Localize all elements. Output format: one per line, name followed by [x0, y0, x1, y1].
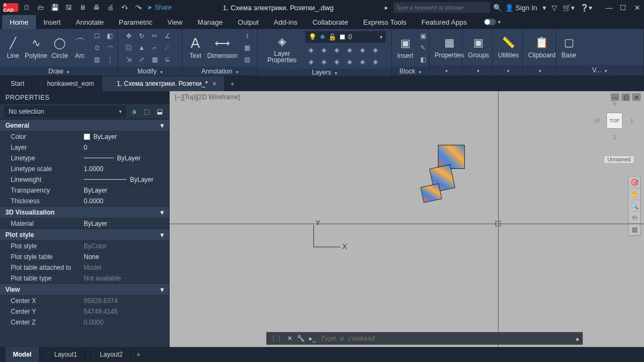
tab-annotate[interactable]: Annotate	[68, 15, 111, 29]
selectobjects-icon[interactable]: ⬚	[141, 106, 152, 117]
panel-label-modify[interactable]: Modify	[118, 67, 182, 76]
redo-icon[interactable]: ↷	[133, 2, 144, 13]
search-icon[interactable]: 🔍	[493, 4, 502, 12]
panel-label-annotation[interactable]: Annotation	[182, 67, 257, 76]
stretch-icon[interactable]: ⇲	[123, 55, 134, 64]
tab-express[interactable]: Express Tools	[356, 15, 414, 29]
cmdline-close-icon[interactable]: ✕	[287, 335, 292, 342]
block-icon-1[interactable]: ▣	[418, 31, 428, 41]
cmdline-input[interactable]	[320, 335, 572, 342]
search-input[interactable]	[396, 4, 488, 11]
tool-line[interactable]: ╱Line	[5, 36, 20, 60]
tab-manage[interactable]: Manage	[190, 15, 230, 29]
layer-icon-6[interactable]: ◈	[370, 45, 380, 55]
cmdline-customize-icon[interactable]: 🔧	[297, 335, 305, 342]
layout-tab-model[interactable]: Model	[5, 347, 40, 362]
filetab-add[interactable]: ＋	[225, 76, 240, 91]
nav-showmotion-icon[interactable]: ▦	[628, 224, 640, 235]
move-icon[interactable]: ✥	[123, 31, 134, 41]
section-general[interactable]: General▾	[0, 119, 169, 131]
prop-material[interactable]: MaterialByLayer	[0, 218, 169, 228]
layout-tab-add[interactable]: ＋	[131, 347, 146, 362]
vp-minimize-icon[interactable]: —	[611, 93, 619, 101]
new-icon[interactable]: 🗋	[21, 2, 32, 13]
layer-icon-10[interactable]: ◈	[344, 57, 355, 67]
tool-utilities[interactable]: 📏Utilities	[498, 35, 519, 59]
quickselect-icon[interactable]: ⬗	[128, 106, 139, 117]
panel-label-utilities-dd[interactable]	[493, 65, 522, 76]
viewcube-s[interactable]: S	[613, 135, 617, 141]
layer-icon-11[interactable]: ◈	[357, 57, 368, 67]
panel-label-layers[interactable]: Layers	[258, 69, 391, 76]
web-icon[interactable]: 🖥	[77, 2, 88, 13]
tab-addins[interactable]: Add-ins	[266, 15, 305, 29]
prop-thickness[interactable]: Thickness0.0000	[0, 195, 169, 206]
layer-icon-1[interactable]: ◈	[305, 45, 316, 55]
share-button[interactable]: ➤Share	[147, 4, 172, 11]
tool-properties[interactable]: ▦Properties	[435, 35, 464, 59]
leader-icon[interactable]: ⤹	[242, 31, 253, 41]
rotate-icon[interactable]: ↻	[136, 31, 147, 41]
prop-ltscale[interactable]: Linetype scale1.0000	[0, 163, 169, 174]
copy-icon[interactable]: ⿻	[123, 43, 134, 53]
prop-color[interactable]: ColorByLayer	[0, 131, 169, 142]
tool-arc[interactable]: ⌒Arc	[72, 36, 87, 60]
prop-plottable[interactable]: Plot style tableNone	[0, 251, 169, 262]
panel-label-clipboard-dd[interactable]	[523, 65, 555, 76]
filetab-honkawest[interactable]: honkawest_eom	[32, 76, 102, 91]
viewcube-n[interactable]: N	[612, 101, 616, 107]
viewcube[interactable]: TOP N S E W	[596, 102, 633, 139]
draw-icon-4[interactable]: ◠	[105, 43, 115, 53]
saveas-icon[interactable]: 🖫	[63, 2, 74, 13]
draw-icon-1[interactable]: ☐	[92, 31, 103, 41]
panel-label-groups-dd[interactable]	[463, 65, 492, 76]
prop-linetype[interactable]: LinetypeByLayer	[0, 152, 169, 163]
block-icon-2[interactable]: ✎	[418, 43, 428, 53]
tool-polyline[interactable]: ∿Polyline	[25, 36, 47, 60]
fillet-icon[interactable]: ⌐	[149, 43, 160, 53]
tab-insert[interactable]: Insert	[36, 15, 69, 29]
scale-icon[interactable]: ⤢	[136, 55, 147, 64]
search-box[interactable]	[393, 2, 490, 13]
layer-icon-5[interactable]: ◈	[357, 45, 368, 55]
layer-icon-7[interactable]: ◈	[305, 57, 316, 67]
save-icon[interactable]: 💾	[49, 2, 60, 13]
section-3dviz[interactable]: 3D Visualization▾	[0, 206, 169, 218]
selection-dropdown[interactable]: No selection▾	[4, 106, 126, 117]
vp-maximize-icon[interactable]: ◱	[621, 93, 630, 101]
array-icon[interactable]: ▦	[149, 55, 160, 64]
prop-lineweight[interactable]: LineweightByLayer	[0, 174, 169, 184]
explode-icon[interactable]: ☄	[162, 43, 173, 53]
signin-dropdown[interactable]: ▾	[543, 4, 546, 12]
tool-layer-properties[interactable]: ◈Layer Properties	[263, 34, 301, 63]
layout-tab-layout1[interactable]: Layout1	[40, 347, 85, 362]
layout-tab-layout2[interactable]: Layout2	[85, 347, 131, 362]
layer-icon-9[interactable]: ◈	[331, 57, 342, 67]
cmdline-history-icon[interactable]: ▴	[576, 335, 579, 342]
viewcube-e[interactable]: E	[631, 118, 634, 124]
panel-label-properties-dd[interactable]	[429, 65, 462, 76]
prop-transparency[interactable]: TransparencyByLayer	[0, 184, 169, 195]
drawing-viewport[interactable]: [‒][Top][2D Wireframe] — ◱ ✕ TOP N S E W…	[170, 91, 644, 347]
panel-label-view[interactable]: V...	[556, 65, 643, 76]
viewport-label[interactable]: [‒][Top][2D Wireframe]	[175, 93, 240, 101]
cart-icon[interactable]: 🛒▾	[562, 4, 575, 12]
layer-icon-4[interactable]: ◈	[344, 45, 355, 55]
layer-dropdown[interactable]: 💡❄🔓0▾	[305, 31, 386, 43]
table-icon[interactable]: ▦	[242, 43, 253, 53]
ribbon-switch[interactable]: ▾	[484, 15, 501, 29]
close-button[interactable]: ✕	[633, 4, 641, 12]
section-plotstyle[interactable]: Plot style▾	[0, 228, 169, 240]
prop-layer[interactable]: Layer0	[0, 142, 169, 152]
pickadd-icon[interactable]: ⬓	[154, 106, 165, 117]
tab-collaborate[interactable]: Collaborate	[305, 15, 356, 29]
tool-dimension[interactable]: ⟷Dimension	[207, 36, 238, 60]
draw-icon-6[interactable]: ⋮	[105, 55, 115, 64]
command-line[interactable]: ⋮⋮ ✕ 🔧 ▸_ ▴	[266, 332, 583, 345]
close-tab-icon[interactable]: ✕	[212, 80, 217, 87]
mirror-icon[interactable]: ▲	[136, 43, 147, 53]
draw-icon-2[interactable]: ◧	[105, 31, 115, 41]
tab-parametric[interactable]: Parametric	[111, 15, 160, 29]
layer-icon-12[interactable]: ◈	[370, 57, 380, 67]
tab-featured[interactable]: Featured Apps	[414, 15, 474, 29]
